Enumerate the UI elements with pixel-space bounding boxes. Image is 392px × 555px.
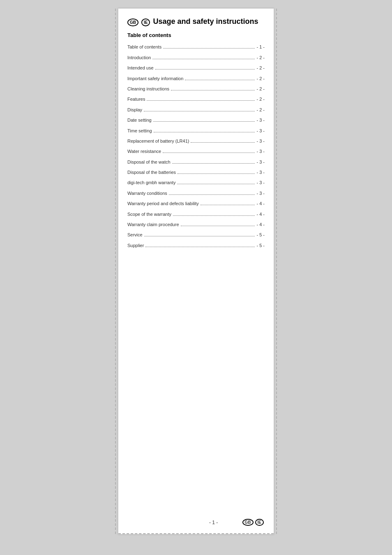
toc-item: Intended use- 2 - bbox=[127, 65, 265, 71]
toc-label: digi-tech gmbh warranty bbox=[127, 180, 175, 186]
toc-dots bbox=[172, 163, 255, 164]
toc-page: - 3 - bbox=[256, 169, 265, 176]
toc-heading: Table of contents bbox=[127, 32, 265, 38]
toc-label: Warranty claim procedure bbox=[127, 222, 179, 228]
toc-item: Features- 2 - bbox=[127, 96, 265, 102]
toc-label: Features bbox=[127, 96, 145, 102]
toc-dots bbox=[177, 184, 255, 184]
toc-label: Display bbox=[127, 107, 142, 113]
footer-gb-badge: GB bbox=[242, 519, 254, 526]
toc-item: Water resistance- 3 - bbox=[127, 148, 265, 155]
toc-label: Time setting bbox=[127, 128, 152, 134]
toc-dots bbox=[144, 111, 255, 111]
toc-list: Table of contents- 1 -Introduction- 2 -I… bbox=[127, 44, 265, 249]
toc-label: Warranty conditions bbox=[127, 190, 167, 197]
toc-page: - 5 - bbox=[256, 243, 265, 249]
toc-item: Introduction- 2 - bbox=[127, 55, 265, 61]
page-footer: - 1 - GB IE bbox=[127, 519, 265, 526]
toc-item: Warranty conditions- 3 - bbox=[127, 190, 265, 197]
toc-page: - 3 - bbox=[256, 180, 265, 186]
toc-page: - 2 - bbox=[256, 65, 265, 71]
ie-badge: IE bbox=[141, 18, 150, 26]
toc-item: Service- 5 - bbox=[127, 232, 265, 238]
toc-dots bbox=[169, 194, 255, 195]
toc-dots bbox=[181, 226, 255, 226]
toc-item: Table of contents- 1 - bbox=[127, 44, 265, 50]
toc-page: - 2 - bbox=[256, 96, 265, 102]
page-title: Usage and safety instructions bbox=[153, 17, 258, 25]
toc-dots bbox=[147, 100, 255, 101]
toc-label: Warranty period and defects liability bbox=[127, 201, 199, 207]
toc-dots bbox=[173, 215, 255, 216]
toc-dots bbox=[171, 90, 255, 90]
toc-label: Introduction bbox=[127, 55, 151, 61]
toc-item: Display- 2 - bbox=[127, 107, 265, 113]
toc-page: - 3 - bbox=[256, 159, 265, 165]
toc-label: Scope of the warranty bbox=[127, 211, 171, 217]
toc-item: Scope of the warranty- 4 - bbox=[127, 211, 265, 217]
toc-dots bbox=[185, 80, 255, 80]
toc-dots bbox=[152, 59, 255, 59]
toc-label: Disposal of the watch bbox=[127, 159, 171, 165]
footer-ie-badge: IE bbox=[255, 519, 264, 526]
toc-item: Warranty claim procedure- 4 - bbox=[127, 222, 265, 228]
toc-label: Important safety information bbox=[127, 76, 183, 82]
toc-item: Disposal of the batteries- 3 - bbox=[127, 169, 265, 176]
toc-page: - 3 - bbox=[256, 128, 265, 134]
document-page: GB IE Usage and safety instructions Tabl… bbox=[118, 8, 274, 534]
toc-item: Important safety information- 2 - bbox=[127, 76, 265, 82]
toc-label: Replacement of battery (LR41) bbox=[127, 138, 189, 144]
toc-label: Water resistance bbox=[127, 148, 161, 155]
toc-page: - 4 - bbox=[256, 201, 265, 207]
toc-page: - 3 - bbox=[256, 138, 265, 144]
toc-page: - 4 - bbox=[256, 211, 265, 217]
toc-dots bbox=[191, 142, 255, 143]
toc-label: Disposal of the batteries bbox=[127, 169, 176, 176]
toc-item: Warranty period and defects liability- 4… bbox=[127, 201, 265, 207]
toc-page: - 4 - bbox=[256, 222, 265, 228]
toc-item: Time setting- 3 - bbox=[127, 128, 265, 134]
toc-dots bbox=[153, 121, 255, 122]
toc-page: - 1 - bbox=[256, 44, 265, 50]
toc-label: Date setting bbox=[127, 117, 152, 123]
toc-page: - 2 - bbox=[256, 86, 265, 92]
toc-page: - 3 - bbox=[256, 190, 265, 197]
toc-dots bbox=[145, 247, 255, 247]
toc-dots bbox=[154, 132, 255, 132]
toc-page: - 2 - bbox=[256, 76, 265, 82]
toc-label: Cleaning instructions bbox=[127, 86, 169, 92]
toc-page: - 2 - bbox=[256, 55, 265, 61]
toc-dots bbox=[163, 48, 255, 49]
toc-label: Service bbox=[127, 232, 143, 238]
toc-page: - 5 - bbox=[256, 232, 265, 238]
toc-page: - 3 - bbox=[256, 117, 265, 123]
toc-dots bbox=[163, 153, 255, 153]
toc-dots bbox=[178, 173, 255, 174]
toc-item: digi-tech gmbh warranty- 3 - bbox=[127, 180, 265, 186]
toc-item: Date setting- 3 - bbox=[127, 117, 265, 123]
toc-item: Cleaning instructions- 2 - bbox=[127, 86, 265, 92]
toc-page: - 3 - bbox=[256, 148, 265, 155]
page-header: GB IE Usage and safety instructions bbox=[127, 17, 265, 26]
toc-dots bbox=[201, 205, 255, 205]
toc-page: - 2 - bbox=[256, 107, 265, 113]
toc-item: Disposal of the watch- 3 - bbox=[127, 159, 265, 165]
gb-badge: GB bbox=[127, 18, 138, 26]
toc-item: Supplier- 5 - bbox=[127, 243, 265, 249]
toc-dots bbox=[144, 236, 255, 236]
toc-label: Intended use bbox=[127, 65, 154, 71]
footer-page-number: - 1 - bbox=[185, 520, 242, 525]
toc-dots bbox=[155, 69, 255, 69]
toc-label: Supplier bbox=[127, 243, 144, 249]
toc-item: Replacement of battery (LR41)- 3 - bbox=[127, 138, 265, 144]
footer-badges: GB IE bbox=[242, 519, 265, 526]
toc-label: Table of contents bbox=[127, 44, 161, 50]
